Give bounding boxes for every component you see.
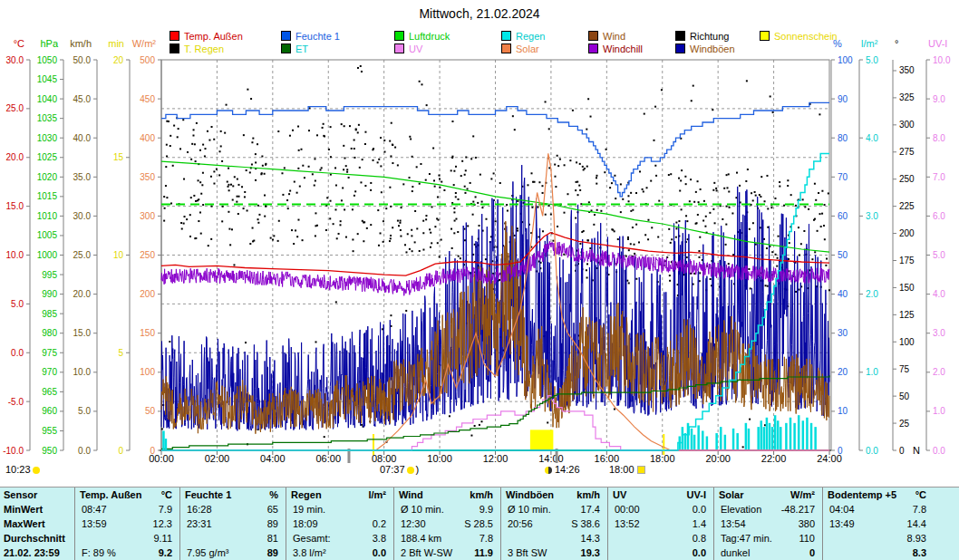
legend-item-sonnenschein: Sonnenschein (760, 31, 838, 43)
direction-dot (537, 207, 538, 208)
direction-dot (470, 435, 472, 437)
direction-dot (620, 211, 622, 213)
direction-dot (579, 189, 581, 191)
direction-dot (776, 266, 778, 267)
direction-dot (438, 219, 440, 221)
direction-dot (434, 226, 436, 227)
direction-dot (614, 175, 615, 177)
direction-dot (183, 223, 185, 225)
direction-dot (811, 258, 813, 260)
axis-tick-label: 200 (899, 228, 915, 238)
rain-bar (769, 423, 771, 449)
sun-icon (407, 467, 414, 474)
axis-unit-wm2: W/m² (132, 38, 157, 49)
legend-swatch-windb-en (675, 43, 685, 53)
direction-dot (165, 185, 167, 187)
direction-dot (630, 243, 632, 245)
rain-bar (162, 430, 165, 449)
direction-dot (228, 184, 229, 186)
direction-dot (220, 130, 222, 132)
direction-dot (767, 208, 769, 209)
axis-tick-label: 50 (145, 406, 156, 416)
direction-dot (455, 218, 457, 220)
direction-dot (173, 125, 175, 127)
direction-dot (517, 227, 518, 229)
direction-dot (710, 278, 712, 280)
table-cell: 9.11 (74, 533, 172, 545)
rain-bar (693, 435, 696, 449)
axis-tick-label: 10 (838, 406, 848, 416)
direction-dot (527, 184, 528, 186)
direction-dot (326, 197, 328, 198)
direction-dot (261, 172, 263, 174)
axis-tick-label: 0.0 (866, 446, 878, 456)
rain-bar (802, 420, 805, 449)
direction-dot (798, 227, 799, 228)
direction-dot (390, 237, 392, 239)
direction-dot (460, 175, 462, 177)
direction-dot (345, 237, 347, 238)
direction-dot (808, 208, 809, 210)
direction-dot (426, 104, 428, 106)
legend-swatch-temp-au-en (170, 31, 179, 41)
direction-dot (302, 239, 304, 241)
time-tick-label: 12:00 (483, 453, 509, 464)
direction-dot (404, 244, 406, 246)
direction-dot (400, 236, 402, 237)
direction-dot (330, 126, 332, 128)
direction-dot (166, 155, 168, 157)
rain-bar (165, 439, 168, 449)
rain-bar (684, 433, 687, 449)
direction-dot (432, 148, 434, 150)
direction-dot (557, 226, 558, 227)
axis-tick-label: 100 (838, 55, 853, 65)
direction-dot (581, 231, 583, 233)
direction-dot (686, 256, 688, 258)
direction-dot (439, 178, 441, 179)
direction-dot (161, 428, 163, 430)
direction-dot (216, 169, 218, 170)
direction-dot (228, 186, 229, 188)
axis-tick-label: 5.0 (11, 299, 24, 309)
direction-dot (339, 224, 341, 226)
direction-dot (586, 239, 588, 241)
direction-dot (170, 202, 172, 204)
direction-dot (680, 179, 682, 181)
direction-dot (389, 187, 391, 188)
direction-dot (286, 199, 288, 201)
direction-dot (355, 129, 357, 130)
rain-bar (706, 436, 709, 449)
direction-dot (689, 200, 691, 202)
direction-dot (485, 258, 487, 260)
direction-dot (334, 167, 336, 169)
direction-dot (366, 227, 368, 229)
direction-dot (273, 235, 275, 237)
direction-dot (281, 172, 283, 174)
direction-dot (221, 220, 223, 222)
direction-dot (723, 188, 725, 189)
direction-dot (770, 95, 771, 97)
direction-dot (627, 195, 629, 197)
direction-dot (384, 151, 386, 153)
direction-dot (211, 126, 213, 128)
direction-dot (671, 238, 673, 240)
direction-dot (226, 104, 228, 106)
legend-label: T. Regen (184, 43, 224, 54)
direction-dot (684, 176, 686, 178)
moon-icon (545, 467, 552, 474)
direction-dot (749, 419, 751, 420)
direction-dot (309, 107, 311, 109)
direction-dot (278, 220, 280, 222)
direction-dot (614, 408, 615, 410)
axis-tick-label: 10.0 (73, 367, 92, 377)
axis-tick-label: 100 (899, 337, 915, 347)
table-cell: MaxWert (4, 518, 45, 530)
table-cell: 19 min. (293, 504, 325, 516)
axis-tick-label: 985 (42, 309, 57, 319)
direction-dot (434, 186, 436, 188)
time-tick-label: 10:00 (427, 453, 452, 464)
rain-bar (798, 415, 800, 449)
rain-bar (766, 418, 769, 449)
direction-dot (541, 185, 543, 187)
rain-bar (691, 429, 693, 449)
